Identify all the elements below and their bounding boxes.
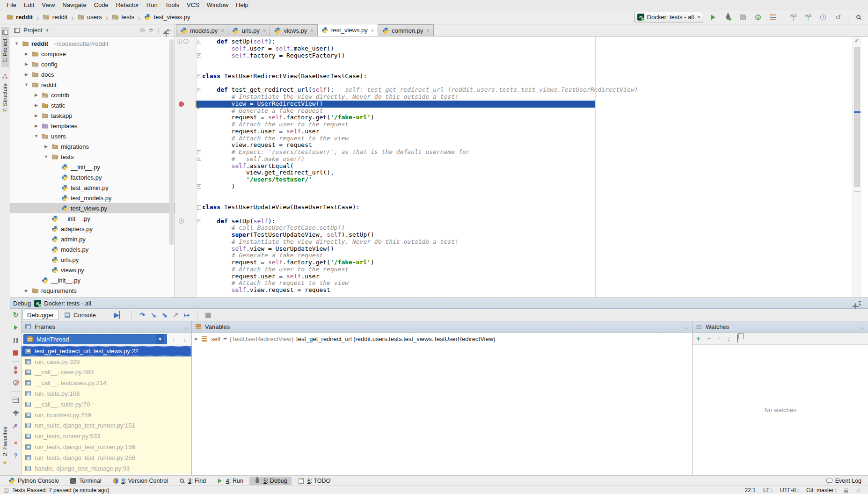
tab-models-py[interactable]: models.py× [176, 24, 228, 36]
fold-marker-icon[interactable]: − [197, 74, 201, 78]
tab-urls-py[interactable]: urls.py× [228, 24, 270, 36]
tree-item-contrib[interactable]: ▶contrib [10, 90, 175, 100]
previous-frame-button[interactable]: ↑ [169, 336, 178, 343]
tree-item-tests[interactable]: ▼tests [10, 152, 175, 162]
tree-item-users[interactable]: ▼users [10, 131, 175, 141]
tree-expand-arrow-icon[interactable]: ▶ [44, 144, 49, 149]
execution-line-mark[interactable] [854, 111, 861, 113]
frame-row[interactable]: run_suite, django_test_runner.py:151 [22, 421, 191, 431]
tree-item-__init__-py[interactable]: __init__.py [10, 213, 175, 224]
tree-item-static[interactable]: ▶static [10, 100, 175, 110]
tree-item-reddit[interactable]: ▼reddit [10, 80, 175, 90]
tree-item-__init__-py[interactable]: __init__.py [10, 162, 175, 172]
debugger-settings-button[interactable] [11, 408, 21, 417]
override-marker-icon[interactable]: ↑ [177, 39, 182, 44]
close-tab-icon[interactable]: × [371, 28, 374, 33]
view-breakpoints-button[interactable] [11, 366, 21, 374]
caret-position[interactable]: 22:1 [745, 487, 756, 494]
frame-row[interactable]: run, suite.py:108 [22, 388, 191, 399]
editor-content[interactable]: ↑↓− def setUp(self): self.user = self.ma… [175, 36, 853, 298]
tree-item-reddit[interactable]: ▼reddit~/cookiecutter/reddit [10, 38, 175, 49]
tree-expand-arrow-icon[interactable]: ▶ [24, 288, 29, 293]
run-with-coverage-button[interactable] [738, 12, 748, 22]
tree-item-test_models-py[interactable]: test_models.py [10, 193, 175, 203]
close-tab-icon[interactable]: × [310, 28, 313, 33]
toolwindow-button-run[interactable]: 4: Run [212, 477, 248, 485]
stripe-item-1-project[interactable]: 1: Project [1, 27, 9, 67]
frame-row[interactable]: run_tests, django_test_runner.py:256 [22, 452, 191, 463]
project-scrollbar[interactable] [169, 39, 174, 245]
readonly-lock-icon[interactable] [844, 490, 848, 493]
resume-button[interactable] [11, 323, 21, 332]
tree-item-__init__-py[interactable]: __init__.py [10, 275, 175, 285]
tree-expand-arrow-icon[interactable]: ▶ [34, 103, 39, 108]
tree-item-templates[interactable]: ▶templates [10, 121, 175, 131]
tree-item-factories-py[interactable]: factories.py [10, 172, 175, 182]
run-dashboard-button[interactable] [768, 12, 778, 22]
tree-item-admin-py[interactable]: admin.py [10, 234, 175, 244]
run-button[interactable] [708, 12, 718, 22]
pause-button[interactable] [11, 336, 21, 344]
tree-expand-arrow-icon[interactable]: ▼ [14, 41, 19, 46]
debug-tab-debugger[interactable]: Debugger [22, 310, 58, 320]
line-separator-indicator[interactable]: LF▴▾ [763, 487, 773, 494]
breadcrumb-item-tests[interactable]: tests [110, 13, 135, 22]
rollback-button[interactable]: ↺ [833, 12, 843, 22]
menu-tools[interactable]: Tools [161, 1, 183, 9]
fold-marker-icon[interactable]: ∧ [197, 53, 201, 58]
fold-marker-icon[interactable]: − [197, 205, 201, 210]
git-branch-indicator[interactable]: Git: master▴▾ [806, 487, 837, 494]
tree-expand-arrow-icon[interactable]: ▼ [24, 82, 29, 87]
breakpoint-icon[interactable] [179, 102, 184, 107]
tree-item-adapters-py[interactable]: adapters.py [10, 224, 175, 234]
tree-item-views-py[interactable]: views.py [10, 265, 175, 275]
menu-window[interactable]: Window [203, 1, 232, 9]
editor-scrollbar-thumb[interactable] [854, 47, 860, 187]
thread-selector[interactable]: MainThread ▼ [23, 334, 167, 344]
frame-row[interactable]: test_get_redirect_url, test_views.py:22 [22, 346, 191, 356]
vcs-update-button[interactable]: VCS↓ [788, 12, 798, 22]
step-into-my-code-button[interactable]: ⇘ [162, 311, 168, 319]
move-watch-down-button[interactable]: ↓ [727, 335, 730, 342]
fold-marker-icon[interactable]: − [197, 88, 201, 92]
fold-marker-icon[interactable]: ∧ [197, 157, 201, 161]
tree-item-taskapp[interactable]: ▶taskapp [10, 110, 175, 121]
search-everywhere-button[interactable] [853, 12, 863, 22]
breadcrumb-item-reddit[interactable]: reddit [5, 13, 34, 22]
frame-row[interactable]: run_tests, runner.py:533 [22, 431, 191, 442]
tab-test_views-py[interactable]: test_views.py× [317, 24, 378, 36]
step-into-button[interactable]: ↘ [151, 311, 156, 319]
tree-expand-arrow-icon[interactable]: ▶ [34, 93, 39, 97]
remove-watch-button[interactable]: − [707, 335, 711, 342]
toolwindow-button-debug[interactable]: 5: Debug [249, 477, 292, 485]
override-marker-icon[interactable]: ↑ [179, 218, 184, 224]
duplicate-watch-button[interactable] [737, 335, 738, 342]
frame-row[interactable]: __call__, suite.py:70 [22, 399, 191, 410]
intention-bulb-icon[interactable] [196, 101, 197, 108]
rerun-button[interactable]: ↻ [11, 311, 21, 319]
menu-navigate[interactable]: Navigate [58, 1, 90, 9]
frame-row[interactable]: run_tests, django_test_runner.py:156 [22, 442, 191, 452]
next-frame-button[interactable]: ↓ [180, 336, 190, 343]
float-panel-icon[interactable]: → [860, 324, 865, 330]
frame-row[interactable]: __call__, case.py:393 [22, 367, 191, 378]
fold-marker-icon[interactable]: − [197, 150, 201, 154]
menu-vcs[interactable]: VCS [183, 1, 203, 9]
tree-item-test_admin-py[interactable]: test_admin.py [10, 182, 175, 193]
menu-file[interactable]: File [3, 1, 20, 9]
step-over-button[interactable]: ↷ [139, 311, 145, 319]
tree-expand-arrow-icon[interactable]: ▶ [34, 124, 39, 128]
collapse-all-button[interactable]: ≑ [149, 27, 154, 34]
frame-row[interactable]: handle, django_test_manage.py:93 [22, 463, 191, 474]
override-marker-icon[interactable]: ↓ [183, 39, 189, 44]
tree-expand-arrow-icon[interactable]: ▼ [34, 134, 39, 138]
restore-layout-button[interactable] [11, 396, 21, 404]
variable-row-self[interactable]: ▶ self = {TestUserRedirectView}test_get_… [195, 335, 689, 342]
tree-item-compose[interactable]: ▶compose [10, 49, 175, 59]
close-button[interactable]: × [11, 438, 21, 447]
tab-views-py[interactable]: views.py× [270, 24, 317, 36]
fold-marker-icon[interactable]: − [197, 219, 201, 223]
stripe-item-7-structure[interactable]: 7: Structure [1, 72, 9, 116]
tree-expand-arrow-icon[interactable]: ▼ [44, 154, 49, 159]
float-panel-icon[interactable]: → [684, 324, 689, 330]
